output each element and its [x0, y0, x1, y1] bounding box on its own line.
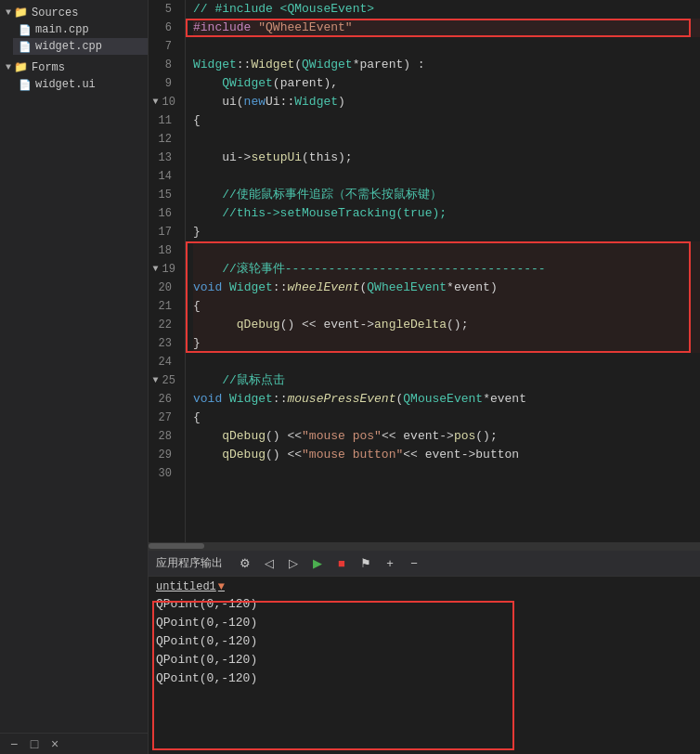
code-line-6: #include "QWheelEvent" [193, 19, 700, 37]
collapse-10[interactable]: ▼ [153, 93, 159, 111]
code-line-22: qDebug () << event-> angleDelta (); [193, 316, 700, 334]
code-line-21: { [193, 297, 700, 316]
forms-folder-icon: 📁 [14, 60, 28, 74]
ln-15: 15 [149, 186, 177, 204]
sidebar-forms-section: ▼ 📁 Forms 📄 widget.ui [0, 57, 148, 95]
main-cpp-label: main.cpp [35, 23, 89, 36]
file-icon-widget: 📄 [19, 41, 32, 53]
code-content: 5 6 7 8 9 ▼10 11 12 13 14 15 16 17 18 ▼1… [149, 0, 700, 542]
panel-add-btn[interactable]: + [381, 554, 399, 573]
ln-19: ▼19 [149, 260, 177, 279]
collapse-19[interactable]: ▼ [153, 260, 159, 279]
widget-cpp-label: widget.cpp [35, 40, 102, 53]
ln-12: 12 [149, 130, 177, 149]
code-line-11: { [193, 111, 700, 130]
sidebar-sources-section: ▼ 📁 Sources 📄 main.cpp 📄 widget.cpp [0, 2, 148, 57]
ln-21: 21 [149, 297, 177, 316]
sources-expand-icon: ▼ [6, 7, 11, 18]
code-line-23: } [193, 334, 700, 353]
ln-30: 30 [149, 464, 177, 483]
output-line-3: QPoint(0,-120) [156, 632, 693, 651]
code-line-25: //鼠标点击 [193, 371, 700, 390]
widget-ui-label: widget.ui [35, 78, 96, 91]
sidebar-item-sources[interactable]: ▼ 📁 Sources [0, 4, 148, 21]
panel-settings-btn[interactable]: ⚙ [236, 554, 254, 573]
sources-label: Sources [32, 6, 78, 20]
ln-22: 22 [149, 316, 177, 334]
panel-minus-btn[interactable]: − [405, 554, 423, 573]
code-line-15: //使能鼠标事件追踪（不需长按鼠标键） [193, 186, 700, 204]
output-line-1: QPoint(0,-120) [156, 595, 693, 614]
code-line-29: qDebug () << "mouse button" << event->bu… [193, 446, 700, 464]
file-icon-ui: 📄 [19, 79, 32, 91]
ln-7: 7 [149, 37, 177, 56]
file-icon-main: 📄 [19, 24, 32, 36]
code-line-30 [193, 464, 700, 483]
code-line-17: } [193, 223, 700, 241]
panel-stop-btn[interactable]: ■ [332, 554, 351, 573]
ln-20: 20 [149, 279, 177, 297]
ln-25: ▼25 [149, 371, 177, 390]
ln-5: 5 [149, 0, 177, 19]
code-line-28: qDebug () << "mouse pos" << event-> pos … [193, 427, 700, 446]
ln-26: 26 [149, 390, 177, 409]
output-tab-row: untitled1 ▼ [156, 580, 693, 593]
folder-icon: 📁 [14, 6, 28, 20]
code-editor[interactable]: 5 6 7 8 9 ▼10 11 12 13 14 15 16 17 18 ▼1… [149, 0, 700, 550]
line-numbers: 5 6 7 8 9 ▼10 11 12 13 14 15 16 17 18 ▼1… [149, 0, 186, 542]
code-line-16: //this->setMouseTracking(true); [193, 204, 700, 223]
bottom-panel: 应用程序输出 ⚙ ◁ ▷ ▶ ■ ⚑ + − untitled1 ▼ QPoin… [149, 550, 700, 754]
sidebar-item-forms[interactable]: ▼ 📁 Forms [0, 58, 148, 76]
editor-area: 5 6 7 8 9 ▼10 11 12 13 14 15 16 17 18 ▼1… [149, 0, 700, 754]
ln-11: 11 [149, 111, 177, 130]
ln-17: 17 [149, 223, 177, 241]
ln-28: 28 [149, 427, 177, 446]
code-lines[interactable]: // #include <QMouseEvent> #include "QWhe… [186, 0, 700, 483]
code-line-8: Widget :: Widget ( QWidget *parent) : [193, 56, 700, 74]
code-line-10: ui( new Ui:: Widget ) [193, 93, 700, 111]
ln-27: 27 [149, 409, 177, 427]
scrollbar-thumb[interactable] [149, 543, 204, 549]
horizontal-scrollbar[interactable] [149, 542, 700, 550]
ln-13: 13 [149, 149, 177, 167]
sidebar-item-widget-ui[interactable]: 📄 widget.ui [13, 76, 148, 93]
panel-run-btn[interactable]: ▶ [308, 554, 327, 573]
forms-label: Forms [32, 61, 65, 74]
ln-9: 9 [149, 74, 177, 93]
code-line-7 [193, 37, 700, 56]
sidebar-item-main-cpp[interactable]: 📄 main.cpp [13, 21, 148, 38]
minimize-button[interactable]: − [7, 737, 20, 750]
ln-8: 8 [149, 56, 177, 74]
sidebar-item-widget-cpp[interactable]: 📄 widget.cpp [13, 38, 148, 55]
code-line-13: ui-> setupUi (this); [193, 149, 700, 167]
panel-next-btn[interactable]: ▷ [284, 554, 303, 573]
output-line-4: QPoint(0,-120) [156, 651, 693, 670]
ln-18: 18 [149, 241, 177, 260]
collapse-25[interactable]: ▼ [153, 371, 159, 390]
panel-prev-btn[interactable]: ◁ [260, 554, 279, 573]
code-line-19: //滚轮事件----------------------------------… [193, 260, 700, 279]
ln-10: ▼10 [149, 93, 177, 111]
code-line-20: void Widget :: wheelEvent ( QWheelEvent … [193, 279, 700, 297]
code-line-12 [193, 130, 700, 149]
code-line-24 [193, 353, 700, 371]
ln-6: 6 [149, 19, 177, 37]
panel-toolbar: 应用程序输出 ⚙ ◁ ▷ ▶ ■ ⚑ + − [149, 551, 700, 577]
ln-24: 24 [149, 353, 177, 371]
ln-23: 23 [149, 334, 177, 353]
output-tab[interactable]: untitled1 ▼ [156, 580, 225, 593]
output-line-5: QPoint(0,-120) [156, 670, 693, 688]
code-line-26: void Widget :: mousePressEvent ( QMouseE… [193, 390, 700, 409]
window-controls: − □ × [0, 733, 148, 754]
code-highlight-wrapper: // #include <QMouseEvent> #include "QWhe… [186, 0, 700, 542]
code-line-9: QWidget (parent), [193, 74, 700, 93]
code-line-14 [193, 167, 700, 186]
code-line-5: // #include <QMouseEvent> [193, 0, 700, 19]
ln-16: 16 [149, 204, 177, 223]
maximize-button[interactable]: □ [28, 737, 41, 750]
panel-flag-btn[interactable]: ⚑ [356, 554, 375, 573]
output-line-2: QPoint(0,-120) [156, 614, 693, 632]
ln-29: 29 [149, 446, 177, 464]
close-button[interactable]: × [48, 737, 61, 750]
output-tab-arrow: ▼ [218, 580, 225, 593]
